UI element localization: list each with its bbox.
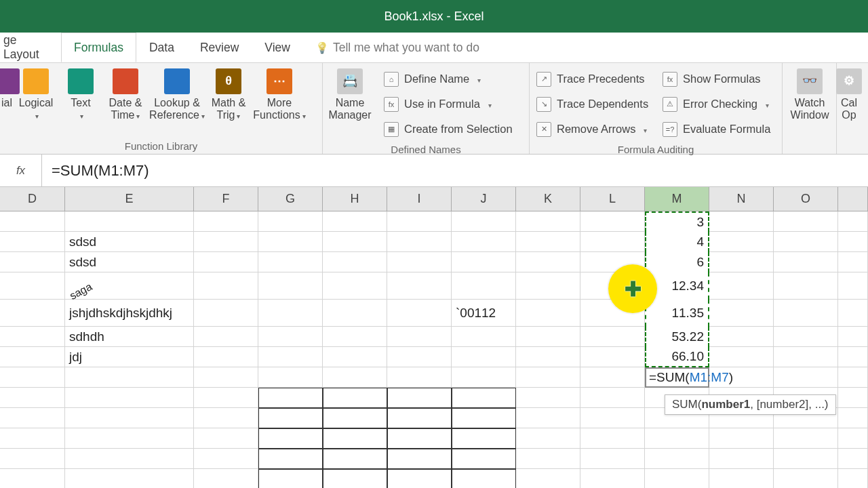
cell[interactable] xyxy=(194,300,258,327)
cell[interactable] xyxy=(516,408,580,428)
cell[interactable] xyxy=(0,211,65,232)
cell[interactable] xyxy=(258,272,323,300)
use-in-formula-button[interactable]: fxUse in Formula xyxy=(384,93,522,115)
cell[interactable] xyxy=(709,428,774,449)
text-button[interactable]: Text xyxy=(58,66,103,138)
cell[interactable] xyxy=(580,232,645,252)
cell[interactable] xyxy=(580,327,645,347)
formula-input[interactable] xyxy=(42,162,868,180)
cell[interactable] xyxy=(387,300,452,327)
grid[interactable]: 3 sdsd 4 sdsd xyxy=(0,211,868,488)
cell[interactable] xyxy=(387,232,452,252)
cell[interactable] xyxy=(0,367,65,388)
error-checking-button[interactable]: ⚠Error Checking xyxy=(663,93,775,115)
cell[interactable] xyxy=(774,327,838,347)
cell[interactable] xyxy=(580,211,645,232)
cell[interactable] xyxy=(0,272,65,300)
cell[interactable] xyxy=(516,347,580,367)
financial-button-clipped[interactable]: ial xyxy=(0,66,14,138)
cell[interactable] xyxy=(194,272,258,300)
cell[interactable] xyxy=(387,388,452,408)
cell[interactable] xyxy=(258,408,323,428)
cell[interactable] xyxy=(194,327,258,347)
cell[interactable] xyxy=(194,449,258,469)
cell[interactable] xyxy=(645,469,709,488)
calc-options-button-clipped[interactable]: ⚙ Cal Op xyxy=(837,66,861,121)
cell[interactable] xyxy=(516,388,580,408)
cell[interactable] xyxy=(645,428,709,449)
col-header-L[interactable]: L xyxy=(580,187,645,211)
cell[interactable] xyxy=(258,449,323,469)
cell[interactable] xyxy=(387,367,452,388)
cell-M2[interactable]: 4 xyxy=(645,232,709,252)
cell[interactable] xyxy=(323,272,387,300)
cell[interactable] xyxy=(516,252,580,272)
cell[interactable] xyxy=(323,408,387,428)
create-from-selection-button[interactable]: ▦Create from Selection xyxy=(384,118,522,140)
cell[interactable] xyxy=(323,449,387,469)
lookup-reference-button[interactable]: Lookup & Reference xyxy=(148,66,206,138)
cell[interactable] xyxy=(194,232,258,252)
date-time-button[interactable]: Date & Time xyxy=(103,66,148,138)
col-header-M[interactable]: M xyxy=(645,187,709,211)
math-trig-button[interactable]: θ Math & Trig xyxy=(206,66,251,138)
cell[interactable] xyxy=(194,428,258,449)
more-functions-button[interactable]: ⋯ More Functions xyxy=(251,66,308,138)
cell-M5[interactable]: 11.35 xyxy=(645,300,709,327)
cell-E7[interactable]: jdj xyxy=(65,347,194,367)
cell[interactable] xyxy=(452,449,516,469)
insert-function-button[interactable]: fx xyxy=(0,155,42,186)
cell[interactable] xyxy=(709,211,774,232)
cell[interactable] xyxy=(0,347,65,367)
cell[interactable] xyxy=(452,272,516,300)
cell[interactable] xyxy=(516,327,580,347)
cell-M8-editing[interactable]: =SUM(M1:M7) xyxy=(645,367,709,388)
col-header-N[interactable]: N xyxy=(709,187,774,211)
cell[interactable] xyxy=(65,449,194,469)
cell[interactable] xyxy=(323,327,387,347)
cell[interactable] xyxy=(387,347,452,367)
cell[interactable] xyxy=(516,211,580,232)
cell[interactable] xyxy=(709,327,774,347)
cell[interactable] xyxy=(0,408,65,428)
name-manager-button[interactable]: 📇 Name Manager xyxy=(323,66,377,142)
watch-window-button[interactable]: 👓 Watch Window xyxy=(783,66,837,121)
cell[interactable] xyxy=(580,388,645,408)
cell[interactable] xyxy=(323,232,387,252)
cell[interactable] xyxy=(452,469,516,488)
cell[interactable] xyxy=(387,327,452,347)
cell[interactable] xyxy=(323,252,387,272)
col-header-G[interactable]: G xyxy=(258,187,323,211)
cell[interactable] xyxy=(774,300,838,327)
tab-data[interactable]: Data xyxy=(136,33,187,62)
cell[interactable] xyxy=(258,252,323,272)
cell-J5[interactable]: `00112 xyxy=(452,300,516,327)
cell[interactable] xyxy=(323,469,387,488)
cell[interactable] xyxy=(580,428,645,449)
cell[interactable] xyxy=(323,367,387,388)
cell[interactable] xyxy=(194,408,258,428)
cell-M7[interactable]: 66.10 xyxy=(645,347,709,367)
tab-review[interactable]: Review xyxy=(187,33,252,62)
tab-page-layout[interactable]: ge Layout xyxy=(0,33,61,62)
cell[interactable] xyxy=(194,347,258,367)
cell-M6[interactable]: 53.22 xyxy=(645,327,709,347)
cell[interactable] xyxy=(580,367,645,388)
cell[interactable] xyxy=(323,211,387,232)
remove-arrows-button[interactable]: ✕Remove Arrows xyxy=(536,118,649,140)
cell[interactable] xyxy=(65,211,194,232)
cell[interactable] xyxy=(709,300,774,327)
cell[interactable] xyxy=(323,388,387,408)
cell[interactable] xyxy=(452,327,516,347)
cell[interactable] xyxy=(709,469,774,488)
cell[interactable] xyxy=(65,408,194,428)
cell[interactable] xyxy=(0,449,65,469)
cell[interactable] xyxy=(0,252,65,272)
cell[interactable] xyxy=(387,428,452,449)
cell[interactable] xyxy=(65,367,194,388)
cell[interactable] xyxy=(258,300,323,327)
cell[interactable] xyxy=(452,211,516,232)
cell[interactable] xyxy=(452,347,516,367)
cell[interactable] xyxy=(258,232,323,252)
cell[interactable] xyxy=(709,252,774,272)
